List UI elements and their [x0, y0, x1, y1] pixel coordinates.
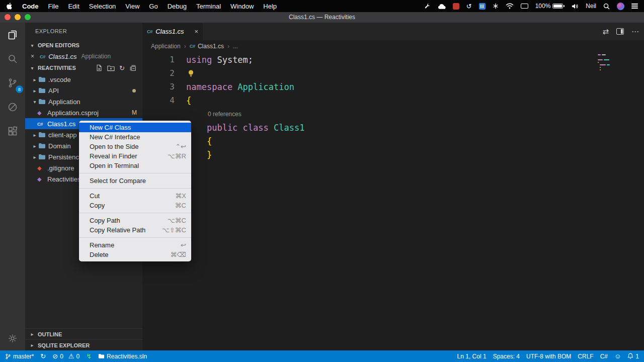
menu-item-shortcut: ↩: [181, 241, 186, 249]
tree-item-application-csproj[interactable]: ◆ Application.csproj M: [25, 107, 142, 118]
battery-indicator[interactable]: 100%: [535, 3, 565, 10]
close-icon[interactable]: ×: [31, 53, 37, 60]
tree-item-application[interactable]: ▾ Application: [25, 96, 142, 107]
notifications-bell-button[interactable]: 1: [627, 353, 639, 360]
cursor-position-button[interactable]: Ln 1, Col 1: [457, 353, 487, 360]
context-menu-item-open-in-terminal[interactable]: Open in Terminal: [79, 161, 191, 170]
search-icon[interactable]: [0, 47, 25, 71]
open-editor-item-class1[interactable]: × C# Class1.cs Application: [25, 51, 142, 62]
breadcrumb-more[interactable]: ...: [233, 43, 238, 50]
context-menu-item-copy[interactable]: Copy ⌘C: [79, 201, 191, 210]
code-line-4[interactable]: 4 {: [142, 94, 644, 107]
project-section-label: REACTIVITIES: [38, 65, 76, 71]
menubar-item-selection[interactable]: Selection: [89, 3, 116, 10]
code-line-2[interactable]: 2: [142, 66, 644, 80]
context-menu-item-new-csharp-interface[interactable]: New C# Interface: [79, 132, 191, 142]
problems-button[interactable]: ⊘ 0 ⚠ 0: [52, 352, 79, 360]
code-line-3[interactable]: 3 namespace Application: [142, 80, 644, 94]
open-changes-icon[interactable]: ⇄: [602, 27, 609, 36]
context-menu-item-copy-path[interactable]: Copy Path ⌥⌘C: [79, 216, 191, 225]
context-menu-item-select-for-compare[interactable]: Select for Compare: [79, 176, 191, 186]
debug-icon[interactable]: [0, 95, 25, 119]
context-menu-item-delete[interactable]: Delete ⌘⌫: [79, 250, 191, 259]
utility-icon[interactable]: [493, 3, 499, 9]
tools-icon[interactable]: [424, 3, 431, 10]
menubar-item-view[interactable]: View: [125, 3, 139, 10]
new-file-icon[interactable]: [96, 64, 103, 71]
zoom-window-button[interactable]: [25, 14, 31, 20]
cloud-icon[interactable]: [438, 4, 446, 9]
menubar-item-code[interactable]: Code: [22, 3, 39, 10]
code-line-7[interactable]: }: [142, 148, 644, 161]
code-line-5[interactable]: public class Class1: [142, 121, 644, 134]
close-window-button[interactable]: [5, 14, 11, 20]
spotlight-icon[interactable]: [603, 3, 610, 10]
menubar-item-go[interactable]: Go: [149, 3, 157, 10]
apple-menu-icon[interactable]: [6, 3, 13, 10]
extensions-icon[interactable]: [0, 119, 25, 143]
menubar-item-help[interactable]: Help: [263, 3, 277, 10]
minimize-window-button[interactable]: [15, 14, 21, 20]
split-editor-icon[interactable]: [616, 28, 624, 35]
tree-item-label: Class1.cs: [47, 120, 75, 128]
eol-button[interactable]: CRLF: [578, 353, 593, 360]
code-area[interactable]: 1 using System; 2 3 namespace Applicatio…: [142, 52, 644, 161]
codelens-references[interactable]: 0 references: [208, 111, 242, 118]
lightbulb-icon[interactable]: [188, 69, 194, 77]
git-file-icon: ◆: [37, 165, 47, 171]
indentation-button[interactable]: Spaces: 4: [493, 353, 520, 360]
code-line-6[interactable]: {: [142, 134, 644, 148]
context-menu-item-cut[interactable]: Cut ⌘X: [79, 191, 191, 201]
menubar-item-window[interactable]: Window: [230, 3, 254, 10]
close-tab-icon[interactable]: ×: [194, 28, 198, 35]
refresh-icon[interactable]: ↻: [119, 65, 125, 71]
menubar-item-edit[interactable]: Edit: [68, 3, 79, 10]
encoding-button[interactable]: UTF-8 with BOM: [526, 353, 571, 360]
git-branch-button[interactable]: master*: [5, 353, 34, 360]
breadcrumb-separator-icon: ›: [184, 43, 186, 50]
language-mode-button[interactable]: C#: [600, 353, 608, 360]
sqltools-connection-icon[interactable]: ↯: [86, 352, 92, 360]
new-folder-icon[interactable]: [107, 65, 115, 71]
menubar-item-terminal[interactable]: Terminal: [196, 3, 221, 10]
context-menu-item-rename[interactable]: Rename ↩: [79, 240, 191, 250]
menubar-item-debug[interactable]: Debug: [168, 3, 187, 10]
code-line-1[interactable]: 1 using System;: [142, 53, 644, 66]
open-editor-file-name: Class1.cs: [48, 53, 76, 60]
sync-button[interactable]: ↻: [40, 352, 46, 360]
tab-class1-cs[interactable]: C# Class1.cs ×: [142, 23, 203, 40]
wifi-icon[interactable]: [506, 3, 514, 9]
feedback-smiley-icon[interactable]: ☺: [614, 352, 621, 360]
volume-icon[interactable]: [572, 4, 579, 9]
collapse-all-icon[interactable]: [129, 64, 136, 71]
open-editors-header[interactable]: ▾ OPEN EDITORS: [25, 40, 142, 51]
tree-item-label: Application.csproj: [47, 109, 99, 117]
project-section-header[interactable]: ▾ REACTIVITIES ↻: [25, 62, 142, 74]
context-menu-item-copy-relative-path[interactable]: Copy Relative Path ⌥⇧⌘C: [79, 225, 191, 235]
user-name-label[interactable]: Neil: [586, 3, 596, 10]
project-selector-button[interactable]: Reactivities.sln: [98, 353, 147, 360]
context-menu-item-new-csharp-class[interactable]: New C# Class: [79, 123, 191, 132]
display-icon[interactable]: [521, 4, 528, 9]
siri-icon[interactable]: [617, 3, 624, 10]
sqlite-explorer-section-header[interactable]: ▸ SQLITE EXPLORER: [25, 339, 142, 350]
context-menu-item-reveal-in-finder[interactable]: Reveal in Finder ⌥⌘R: [79, 151, 191, 161]
menu-separator: [79, 173, 191, 173]
more-actions-icon[interactable]: ⋯: [631, 27, 639, 36]
notification-center-icon[interactable]: [631, 4, 638, 9]
outline-section-header[interactable]: ▸ OUTLINE: [25, 328, 142, 339]
source-control-icon[interactable]: 8: [0, 71, 25, 95]
context-menu-item-open-to-the-side[interactable]: Open to the Side ⌃↩: [79, 142, 191, 151]
menubar-item-file[interactable]: File: [48, 3, 59, 10]
breadcrumb-item-application[interactable]: Application: [151, 43, 181, 50]
tree-item-api[interactable]: ▸ API: [25, 85, 142, 96]
settings-gear-icon[interactable]: [0, 326, 25, 350]
tree-item-vscode[interactable]: ▸ .vscode: [25, 74, 142, 85]
window-titlebar[interactable]: Class1.cs — Reactivities: [0, 12, 644, 23]
parallels-icon[interactable]: [479, 3, 486, 10]
minimap[interactable]: [598, 54, 611, 70]
red-app-icon[interactable]: [453, 3, 459, 10]
time-machine-icon[interactable]: ↺: [466, 3, 472, 10]
explorer-icon[interactable]: [0, 23, 25, 47]
breadcrumb-item-file[interactable]: C# Class1.cs: [190, 43, 224, 50]
